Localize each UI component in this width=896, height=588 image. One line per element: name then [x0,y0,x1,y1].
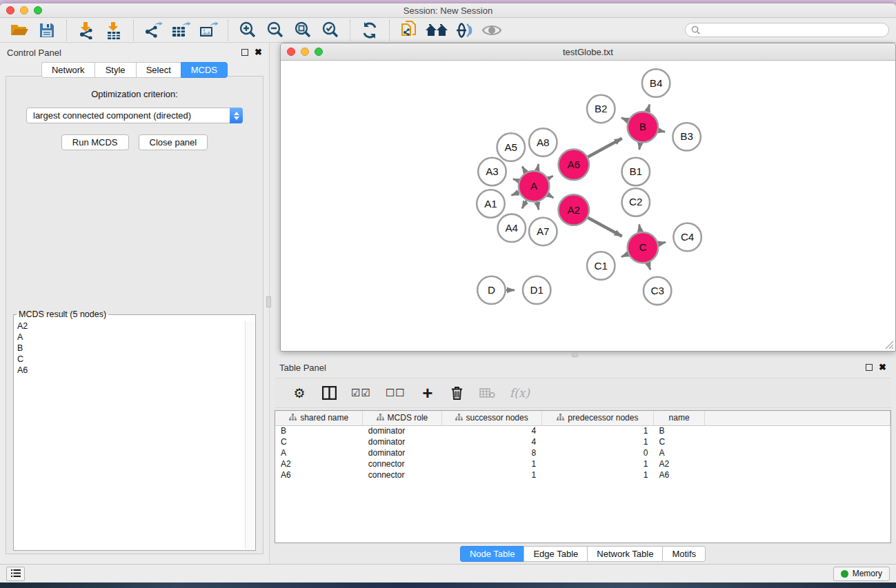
table-cell[interactable]: A [654,447,705,458]
tab-style[interactable]: Style [94,62,136,78]
zoom-fit-button[interactable] [289,19,317,41]
ndex-button[interactable] [423,19,450,41]
export-network-button[interactable] [139,19,167,41]
node-A8[interactable]: A8 [529,128,557,156]
edge-A6-B[interactable] [588,139,622,157]
edge-A-A1[interactable] [511,192,519,195]
edge-A2-C[interactable] [588,218,622,236]
tab-select[interactable]: Select [136,62,181,78]
table-cell[interactable]: A2 [654,458,705,469]
node-D[interactable]: D [477,276,505,304]
table-cell[interactable]: 4 [441,436,541,447]
table-cell[interactable]: connector [363,469,441,480]
result-item[interactable]: A6 [14,365,245,376]
edge-A-A7[interactable] [537,202,539,210]
column-header-MCDS-role[interactable]: MCDS role [363,411,441,425]
column-header-shared-name[interactable]: shared name [275,411,363,425]
edge-A-A2[interactable] [548,194,553,198]
column-header-predecessor-nodes[interactable]: predecessor nodes [541,411,653,425]
mcds-result-list[interactable]: A2ABCA6 [14,321,245,549]
node-A4[interactable]: A4 [498,214,526,242]
node-A6[interactable]: A6 [559,150,589,180]
table-cell[interactable]: 0 [541,447,653,458]
zoom-selected-button[interactable] [317,19,344,41]
refresh-layout-button[interactable] [356,19,384,41]
edge-A-A6[interactable] [548,176,553,179]
table-cell[interactable]: 1 [541,436,653,447]
node-C4[interactable]: C4 [673,223,701,251]
result-item[interactable]: B [14,343,245,354]
close-table-panel-icon[interactable]: ✖ [879,364,886,371]
node-A1[interactable]: A1 [477,190,504,217]
node-A5[interactable]: A5 [497,133,525,161]
save-button[interactable] [33,19,61,41]
edge-A-A3[interactable] [513,179,519,181]
table-row[interactable]: A6connector11A6 [275,469,890,480]
table-cell[interactable]: 1 [441,469,541,480]
column-header-successor-nodes[interactable]: successor nodes [441,411,541,425]
result-item[interactable]: A [14,332,245,343]
open-button[interactable] [6,19,33,41]
node-B4[interactable]: B4 [642,69,670,97]
search-input[interactable] [704,26,883,35]
table-cell[interactable]: C [275,436,363,447]
float-panel-icon[interactable] [241,49,248,56]
edge-A-A4[interactable] [522,201,526,209]
node-B3[interactable]: B3 [673,123,700,150]
tab-network-table[interactable]: Network Table [587,546,662,562]
table-cell[interactable]: B [275,425,363,436]
run-mcds-button[interactable]: Run MCDS [61,134,129,150]
edge-C-C3[interactable] [648,263,650,270]
node-C2[interactable]: C2 [622,188,650,216]
table-cell[interactable]: 1 [541,458,653,469]
import-network-button[interactable] [72,19,100,41]
table-row[interactable]: Bdominator41B [275,425,890,436]
table-cell[interactable]: C [654,436,705,447]
node-A2[interactable]: A2 [559,194,589,225]
export-image-button[interactable] [195,19,222,41]
close-panel-button[interactable]: Close panel [139,134,208,150]
network-graph[interactable]: B4B2BB3A8A5A6B1A3AC2A1A2A4A7C4CC1C3DD1 [281,61,895,351]
edge-B-B2[interactable] [621,118,628,121]
delete-column-button[interactable] [450,386,465,400]
edge-C-C1[interactable] [621,254,628,256]
edge-B-B4[interactable] [648,104,650,111]
node-C1[interactable]: C1 [587,252,615,279]
node-B[interactable]: B [628,112,658,142]
select-all-button[interactable]: ☑☑ [351,387,371,399]
zoom-in-button[interactable] [234,19,261,41]
table-cell[interactable]: dominator [363,436,441,447]
table-cell[interactable]: A6 [654,469,705,480]
table-row[interactable]: A2connector11A2 [275,458,890,469]
node-B1[interactable]: B1 [622,158,650,185]
horizontal-splitter[interactable] [270,352,896,358]
tab-network[interactable]: Network [41,62,94,78]
table-cell[interactable]: B [654,425,705,436]
node-A7[interactable]: A7 [529,218,557,245]
edge-B-B1[interactable] [639,143,641,150]
preview-button[interactable] [478,19,506,41]
show-columns-button[interactable] [321,386,337,400]
tab-mcds[interactable]: MCDS [181,62,228,78]
table-row[interactable]: Cdominator41C [275,436,890,447]
edge-A-A5[interactable] [522,166,526,172]
node-A[interactable]: A [519,171,549,201]
new-network-from-selection-button[interactable] [395,19,423,41]
delete-table-button[interactable] [479,387,495,398]
import-table-button[interactable] [100,19,128,41]
panel-splitter-handle[interactable] [266,296,271,307]
table-cell[interactable]: connector [363,458,441,469]
add-column-button[interactable]: + [420,387,435,399]
zoom-out-button[interactable] [261,19,289,41]
table-cell[interactable]: 1 [541,469,653,480]
table-cell[interactable]: dominator [363,425,441,436]
table-cell[interactable]: dominator [363,447,441,458]
result-item[interactable]: C [14,354,245,365]
edge-C-C2[interactable] [639,224,641,232]
memory-button[interactable]: Memory [833,567,890,581]
table-cell[interactable]: 1 [441,458,541,469]
resize-grip-icon[interactable] [885,341,894,349]
close-panel-icon[interactable]: ✖ [255,49,262,56]
node-C[interactable]: C [628,232,658,263]
node-A3[interactable]: A3 [478,158,506,185]
